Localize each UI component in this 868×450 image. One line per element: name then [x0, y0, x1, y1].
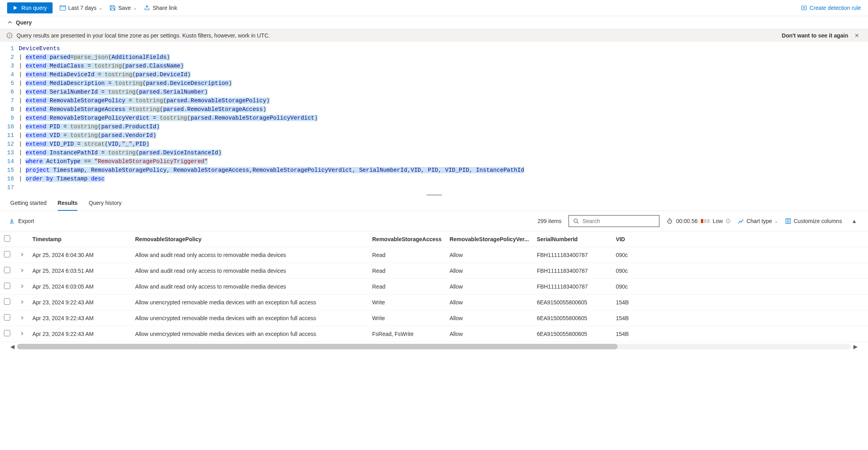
cell-access: Read [368, 263, 446, 279]
row-checkbox[interactable] [4, 251, 10, 257]
search-input[interactable] [569, 215, 659, 227]
code-line[interactable]: | extend VID = tostring(parsed.VendorId) [19, 131, 868, 140]
results-toolbar: Export 299 items 00:00.56 Low i Chart ty… [0, 211, 868, 231]
info-dismiss-link[interactable]: Don't want to see it again [782, 32, 848, 39]
query-section-toggle[interactable]: Query [0, 16, 868, 29]
svg-rect-5 [9, 35, 9, 37]
select-all-checkbox[interactable] [4, 235, 10, 242]
calendar-icon [60, 5, 66, 11]
scroll-right-icon[interactable]: ▶ [853, 343, 858, 350]
table-row[interactable]: Apr 25, 2024 6:03:05 AMAllow and audit r… [0, 279, 868, 294]
row-checkbox[interactable] [4, 267, 10, 273]
close-icon[interactable]: ✕ [852, 32, 862, 39]
col-policy[interactable]: RemovableStoragePolicy [131, 231, 368, 247]
cell-serial: 6EA9150055800605 [533, 326, 612, 342]
scrollbar-track[interactable] [17, 344, 851, 349]
line-gutter: 1234567891011121314151617 [0, 43, 19, 193]
tab-query-history[interactable]: Query history [88, 200, 121, 211]
table-row[interactable]: Apr 25, 2024 6:03:51 AMAllow and audit r… [0, 263, 868, 279]
code-line[interactable]: | extend MediaDeviceId = tostring(parsed… [19, 70, 868, 79]
expand-row-icon[interactable] [16, 326, 28, 342]
detection-rule-icon [801, 5, 807, 11]
scroll-topevron-up-icon[interactable]: ▲ [849, 218, 859, 224]
code-line[interactable]: | extend SerialNumberId = tostring(parse… [19, 88, 868, 96]
cell-timestamp: Apr 25, 2024 6:04:30 AM [28, 247, 131, 263]
columns-icon [785, 218, 791, 224]
row-checkbox[interactable] [4, 330, 10, 336]
col-serial[interactable]: SerialNumberId [533, 231, 612, 247]
code-line[interactable]: DeviceEvents [19, 44, 868, 53]
expand-row-icon[interactable] [16, 294, 28, 310]
splitter-handle-icon[interactable] [426, 194, 442, 196]
customize-columns-label: Customize columns [794, 218, 842, 224]
info-icon[interactable]: i [726, 219, 731, 223]
cell-serial: FBH1111183400787 [533, 263, 612, 279]
row-checkbox[interactable] [4, 314, 10, 321]
svg-line-7 [577, 222, 579, 224]
save-dropdown[interactable]: Save ⌄ [109, 5, 137, 11]
code-line[interactable]: | extend RemovableStoragePolicyVerdict =… [19, 114, 868, 122]
cell-policy: Allow unencrypted removable media device… [131, 326, 368, 342]
code-line[interactable]: | extend parsed=parse_json(AdditionalFie… [19, 53, 868, 62]
info-icon [6, 32, 13, 39]
chart-type-dropdown[interactable]: Chart type ⌄ [738, 218, 778, 224]
perf-bars-icon [701, 219, 710, 223]
horizontal-scrollbar[interactable]: ◀ ▶ [0, 342, 868, 354]
expand-row-icon[interactable] [16, 279, 28, 294]
col-timestamp[interactable]: Timestamp [28, 231, 131, 247]
code-editor[interactable]: 1234567891011121314151617 DeviceEvents| … [0, 42, 868, 194]
table-row[interactable]: Apr 25, 2024 6:04:30 AMAllow and audit r… [0, 247, 868, 263]
table-row[interactable]: Apr 23, 2024 9:22:43 AMAllow unencrypted… [0, 294, 868, 310]
code-line[interactable]: | extend RemovableStoragePolicy = tostri… [19, 96, 868, 105]
search-field[interactable] [582, 218, 655, 224]
col-access[interactable]: RemovableStorageAccess [368, 231, 446, 247]
cell-serial: FBH1111183400787 [533, 247, 612, 263]
scroll-left-icon[interactable]: ◀ [10, 343, 15, 350]
export-label: Export [18, 218, 34, 224]
share-link-button[interactable]: Share link [144, 5, 177, 11]
run-query-label: Run query [21, 5, 47, 11]
code-line[interactable]: | extend InstancePathId = tostring(parse… [19, 148, 868, 157]
expand-row-icon[interactable] [16, 310, 28, 326]
code-line[interactable]: | extend RemovableStorageAccess =tostrin… [19, 105, 868, 114]
chevron-down-icon: ⌄ [133, 6, 137, 11]
timer-value: 00:00.56 [676, 218, 698, 224]
code-line[interactable]: | extend MediaDescription = tostring(par… [19, 79, 868, 88]
code-lines[interactable]: DeviceEvents| extend parsed=parse_json(A… [19, 43, 868, 193]
code-line[interactable]: | extend PID = tostring(parsed.ProductId… [19, 122, 868, 131]
expand-row-icon[interactable] [16, 247, 28, 263]
chart-type-label: Chart type [746, 218, 772, 224]
table-row[interactable]: Apr 23, 2024 9:22:43 AMAllow unencrypted… [0, 310, 868, 326]
cell-vid: 154B [612, 294, 868, 310]
stopwatch-icon [667, 218, 673, 224]
run-query-button[interactable]: Run query [7, 2, 53, 13]
results-tabs: Getting started Results Query history [0, 196, 868, 211]
cell-verdict: Allow [446, 294, 533, 310]
expand-row-icon[interactable] [16, 263, 28, 279]
col-verdict[interactable]: RemovableStoragePolicyVer... [446, 231, 533, 247]
code-line[interactable]: | where ActionType == "RemovableStorageP… [19, 157, 868, 166]
row-checkbox[interactable] [4, 283, 10, 289]
cell-vid: 090c [612, 279, 868, 294]
row-checkbox[interactable] [4, 298, 10, 305]
tab-results[interactable]: Results [58, 200, 78, 211]
code-line[interactable]: | extend MediaClass = tostring(parsed.Cl… [19, 62, 868, 70]
create-detection-rule-button[interactable]: Create detection rule [801, 5, 861, 11]
code-line[interactable]: | project Timestamp, RemovableStoragePol… [19, 166, 868, 174]
code-line[interactable] [19, 183, 868, 192]
cell-serial: 6EA9150055800605 [533, 310, 612, 326]
play-icon [13, 5, 18, 11]
table-row[interactable]: Apr 23, 2024 9:22:43 AMAllow unencrypted… [0, 326, 868, 342]
code-line[interactable]: | order by Timestamp desc [19, 174, 868, 183]
download-icon [9, 218, 15, 224]
customize-columns-button[interactable]: Customize columns [785, 218, 842, 224]
export-button[interactable]: Export [9, 218, 34, 224]
cell-access: FsRead, FsWrite [368, 326, 446, 342]
cell-policy: Allow and audit read only access to remo… [131, 279, 368, 294]
tab-getting-started[interactable]: Getting started [10, 200, 47, 211]
scrollbar-thumb[interactable] [17, 344, 618, 349]
col-vid[interactable]: VID [612, 231, 868, 247]
time-range-dropdown[interactable]: Last 7 days ⌄ [60, 5, 103, 11]
cell-verdict: Allow [446, 263, 533, 279]
code-line[interactable]: | extend VID_PID = strcat(VID,"_",PID) [19, 140, 868, 148]
